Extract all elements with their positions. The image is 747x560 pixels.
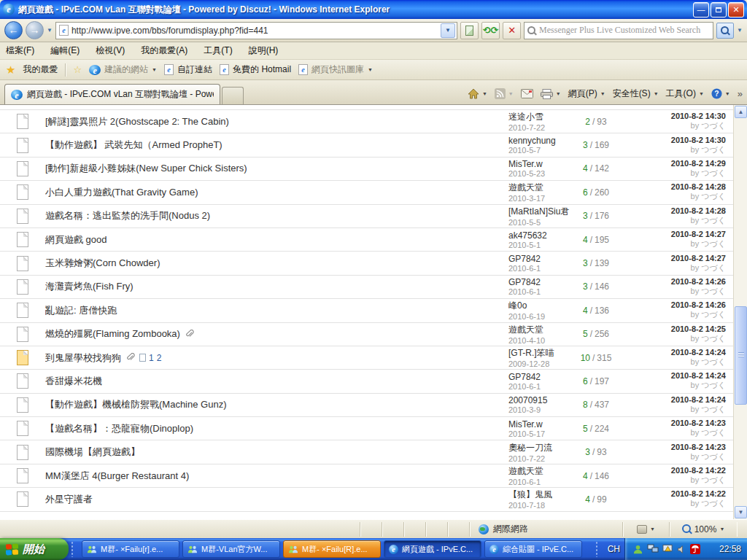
thread-author-link[interactable]: 峰0o (508, 300, 570, 312)
last-poster-link[interactable]: つづく (701, 452, 726, 461)
task-button[interactable]: M群-VLan官方W... (182, 540, 280, 558)
thread-title-link[interactable]: 國際機場【網頁遊戲】 (45, 446, 140, 459)
help-button[interactable]: ? ▼ (711, 88, 730, 99)
language-indicator[interactable]: CH (603, 544, 624, 554)
close-button[interactable]: ✕ (728, 2, 744, 18)
last-poster-link[interactable]: つづく (701, 287, 726, 295)
thread-title-link[interactable]: 【遊戲名稱】：恐龍寵物(Dinoplop) (45, 422, 193, 435)
address-dropdown-button[interactable]: ▼ (441, 23, 455, 38)
last-post-date-link[interactable]: 2010-8-2 14:30 (622, 112, 726, 120)
last-post-date-link[interactable]: 2010-8-2 14:22 (622, 466, 726, 475)
zoom-control[interactable]: 100% ▼ (670, 522, 737, 537)
favorites-button[interactable]: 我的最愛 (23, 63, 58, 76)
thread-author-link[interactable]: MisTer.w (508, 159, 570, 169)
last-poster-link[interactable]: つづく (701, 121, 726, 130)
menu-view[interactable]: 檢視(V) (96, 44, 125, 57)
last-poster-link[interactable]: つづく (701, 428, 726, 437)
thread-author-link[interactable]: GP7842 (508, 372, 570, 382)
thread-title-link[interactable]: 燃燒的殭屍(Flaming Zombooka) (45, 327, 180, 341)
last-post-date-link[interactable]: 2010-8-2 14:23 (622, 419, 726, 427)
menu-file[interactable]: 檔案(F) (6, 44, 34, 57)
last-post-date-link[interactable]: 2010-8-2 14:28 (622, 182, 726, 191)
favbar-link-web-slices[interactable]: 網頁快訊圖庫 ▼ (298, 63, 373, 76)
last-poster-link[interactable]: つづく (701, 239, 726, 248)
start-button[interactable]: 開始 (0, 538, 69, 560)
feeds-button[interactable]: ▼ (495, 88, 514, 99)
task-button[interactable]: 綜合貼圖 - IPvE.C... (484, 540, 582, 558)
last-poster-link[interactable]: つづく (701, 475, 726, 484)
new-tab-button[interactable] (222, 87, 244, 104)
last-post-date-link[interactable]: 2010-8-2 14:27 (622, 230, 726, 238)
last-post-date-link[interactable]: 2010-8-2 14:30 (622, 136, 726, 144)
thread-author-link[interactable]: [GT-R.]笨喵 (508, 347, 570, 359)
thread-title-link[interactable]: 香甜爆米花機 (45, 375, 102, 388)
thread-title-link[interactable]: 海灘賣烤魚(Fish Fry) (45, 280, 133, 293)
print-button[interactable]: ▼ (541, 89, 561, 99)
messenger-status-icon[interactable] (632, 544, 643, 555)
last-post-date-link[interactable]: 2010-8-2 14:27 (622, 254, 726, 262)
thread-title-link[interactable]: [動作]新超級小雞姊妹(New Super Chick Sisters) (45, 162, 247, 175)
network-icon[interactable] (647, 544, 659, 554)
stop-button[interactable]: ✕ (503, 22, 521, 39)
history-dropdown-icon[interactable]: ▼ (47, 27, 53, 34)
thread-author-link[interactable]: 奧秘一刀流 (508, 442, 570, 454)
menu-help[interactable]: 說明(H) (249, 44, 279, 57)
volume-icon[interactable] (677, 545, 686, 554)
last-post-date-link[interactable]: 2010-8-2 14:25 (622, 324, 726, 333)
address-bar[interactable]: ▼ (55, 22, 457, 39)
thread-title-link[interactable]: 到鬼屋學校找狗狗 (45, 351, 121, 365)
last-post-date-link[interactable]: 2010-8-2 14:29 (622, 159, 726, 168)
thread-author-link[interactable]: 遊戲天堂 (508, 182, 570, 194)
safety-menu-button[interactable]: 安全性(S)▼ (613, 88, 659, 100)
forward-button[interactable]: → (26, 21, 44, 39)
thread-title-link[interactable]: 亂遊記: 唐僧快跑 (45, 304, 117, 317)
favorites-star-icon[interactable]: ★ (6, 63, 15, 77)
thread-title-link[interactable]: MM漢堡店 4(Burger Restaurant 4) (45, 470, 189, 483)
thread-author-link[interactable]: 遊戲天堂 (508, 324, 570, 336)
overflow-chevron[interactable]: » (738, 88, 743, 99)
thread-author-link[interactable]: 【狼】鬼風 (508, 489, 570, 501)
minimize-button[interactable]: — (693, 2, 709, 18)
scroll-up-button[interactable]: ▲ (735, 106, 747, 118)
last-post-date-link[interactable]: 2010-8-2 14:24 (622, 348, 726, 357)
last-poster-link[interactable]: つづく (701, 310, 726, 319)
thread-author-link[interactable]: ak475632 (508, 230, 570, 241)
favbar-link-hotmail[interactable]: 免費的 Hotmail (220, 63, 291, 76)
last-post-date-link[interactable]: 2010-8-2 14:24 (622, 395, 726, 404)
thread-title-link[interactable]: 外星守護者 (45, 493, 93, 506)
favbar-link-suggested-sites[interactable]: 建議的網站 ▼ (89, 63, 157, 76)
page-menu-button[interactable]: 網頁(P)▼ (568, 88, 605, 100)
last-post-date-link[interactable]: 2010-8-2 14:22 (622, 489, 726, 498)
tools-menu-button[interactable]: 工具(O)▼ (666, 88, 704, 100)
thread-author-link[interactable]: kennychung (508, 136, 570, 146)
scrollbar-thumb[interactable] (735, 306, 747, 405)
menu-favorites[interactable]: 我的最愛(A) (141, 44, 187, 57)
last-post-date-link[interactable]: 2010-8-2 14:23 (622, 443, 726, 451)
search-input[interactable] (539, 25, 710, 36)
task-button[interactable]: 網頁遊戲 - IPvE.C... (384, 540, 481, 558)
last-post-date-link[interactable]: 2010-8-2 14:26 (622, 277, 726, 286)
task-button[interactable]: M群- ×Failu[r].e... (82, 540, 179, 558)
thread-author-link[interactable]: [MaRtIaN]Siu君 (508, 206, 570, 218)
thread-title-link[interactable]: 玉米雜燴粥(Corn Chowder) (45, 257, 160, 270)
thread-author-link[interactable]: GP7842 (508, 277, 570, 287)
add-favorite-icon[interactable]: ☆ (73, 64, 82, 75)
thread-title-link[interactable]: [解謎]靈異照片 2(Ghostscape 2: The Cabin) (45, 115, 229, 128)
restore-button[interactable] (711, 2, 727, 18)
last-poster-link[interactable]: つづく (701, 192, 726, 201)
antivirus-icon[interactable] (690, 544, 700, 554)
favbar-link-custom-links[interactable]: 自訂連結 (164, 63, 212, 76)
scroll-down-button[interactable]: ▼ (735, 506, 747, 518)
thread-title-link[interactable]: 遊戲名稱：逃出監禁的洗手間(Nodus 2) (45, 209, 210, 222)
search-dropdown-icon[interactable]: ▼ (737, 27, 743, 34)
taskbar-clock[interactable]: 22:58 (719, 544, 741, 554)
home-button[interactable]: ▼ (468, 88, 487, 99)
page-link[interactable]: 1 (149, 353, 154, 363)
page-link[interactable]: 2 (157, 353, 162, 363)
menu-tools[interactable]: 工具(T) (204, 44, 232, 57)
menu-edit[interactable]: 編輯(E) (50, 44, 80, 57)
last-poster-link[interactable]: つづく (701, 216, 726, 225)
search-box[interactable] (524, 22, 713, 39)
url-input[interactable] (71, 26, 438, 36)
back-button[interactable]: ← (4, 21, 23, 39)
